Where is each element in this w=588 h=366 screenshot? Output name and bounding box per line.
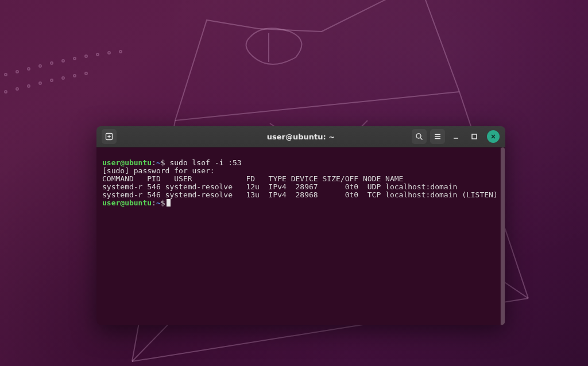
desktop-background: user@ubuntu: ~ user@ubuntu:~$ sudo lsof … xyxy=(0,0,588,366)
output-header: COMMAND PID USER FD TYPE DEVICE SIZE/OFF… xyxy=(102,174,403,183)
maximize-icon xyxy=(471,133,478,140)
output-row-1: systemd-r 546 systemd-resolve 12u IPv4 2… xyxy=(102,182,457,191)
search-icon xyxy=(415,133,423,141)
svg-point-25 xyxy=(85,72,87,75)
svg-point-23 xyxy=(62,77,64,79)
svg-point-11 xyxy=(51,62,53,64)
svg-point-7 xyxy=(5,73,7,76)
prompt-line-2: user@ubuntu:~$ xyxy=(102,198,171,207)
svg-point-10 xyxy=(39,65,41,67)
svg-point-15 xyxy=(96,53,99,56)
svg-point-24 xyxy=(74,75,76,77)
svg-line-2 xyxy=(175,92,459,120)
svg-point-17 xyxy=(119,50,122,53)
scrollbar-thumb[interactable] xyxy=(501,147,505,325)
minimize-icon xyxy=(452,133,459,140)
search-button[interactable] xyxy=(412,129,427,144)
svg-line-1 xyxy=(258,29,322,32)
close-button[interactable] xyxy=(487,130,500,143)
svg-point-22 xyxy=(51,79,53,81)
svg-point-14 xyxy=(85,55,87,57)
prompt-user-host: user@ubuntu xyxy=(102,198,152,207)
scrollbar[interactable] xyxy=(500,147,505,325)
prompt-symbol: $ xyxy=(161,198,165,207)
prompt-line-1: user@ubuntu:~$ sudo lsof -i :53 xyxy=(102,158,242,167)
svg-point-18 xyxy=(5,91,7,93)
prompt-separator: : xyxy=(152,198,156,207)
svg-point-20 xyxy=(28,85,30,87)
new-tab-button[interactable] xyxy=(102,129,117,144)
cursor xyxy=(167,199,171,207)
svg-point-12 xyxy=(62,60,64,62)
minimize-button[interactable] xyxy=(449,130,463,143)
hamburger-icon xyxy=(434,133,442,141)
svg-rect-35 xyxy=(472,134,477,139)
svg-point-13 xyxy=(74,57,76,60)
prompt-separator: : xyxy=(152,158,156,167)
svg-point-21 xyxy=(39,82,41,84)
close-icon xyxy=(490,134,496,139)
prompt-path: ~ xyxy=(156,198,161,207)
prompt-user-host: user@ubuntu xyxy=(102,158,152,167)
svg-point-19 xyxy=(16,88,18,90)
new-tab-icon xyxy=(105,133,113,141)
svg-point-16 xyxy=(108,52,110,54)
output-sudo-prompt: [sudo] password for user: xyxy=(102,166,215,175)
svg-point-9 xyxy=(28,68,30,70)
command-text: sudo lsof -i :53 xyxy=(169,158,241,167)
prompt-path: ~ xyxy=(156,158,161,167)
svg-line-30 xyxy=(420,138,422,139)
menu-button[interactable] xyxy=(430,129,445,144)
svg-point-8 xyxy=(16,71,18,73)
prompt-symbol: $ xyxy=(161,158,165,167)
titlebar[interactable]: user@ubuntu: ~ xyxy=(96,126,505,147)
svg-point-29 xyxy=(416,134,421,138)
terminal-body[interactable]: user@ubuntu:~$ sudo lsof -i :53 [sudo] p… xyxy=(96,147,505,325)
output-row-2: systemd-r 546 systemd-resolve 13u IPv4 2… xyxy=(102,190,498,199)
maximize-button[interactable] xyxy=(467,130,481,143)
terminal-window: user@ubuntu: ~ user@ubuntu:~$ sudo lsof … xyxy=(96,126,505,325)
